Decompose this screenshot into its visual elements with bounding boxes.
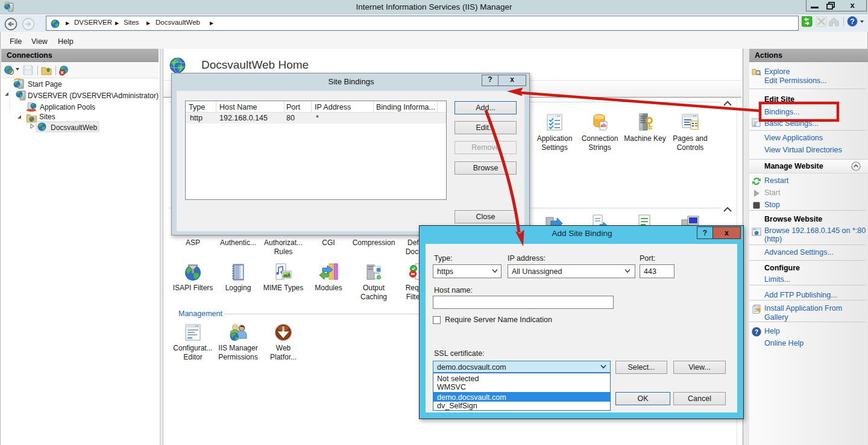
- svg-text:ab: ab: [600, 122, 606, 128]
- svg-text:?: ?: [850, 17, 854, 26]
- svg-text:?: ?: [755, 328, 758, 335]
